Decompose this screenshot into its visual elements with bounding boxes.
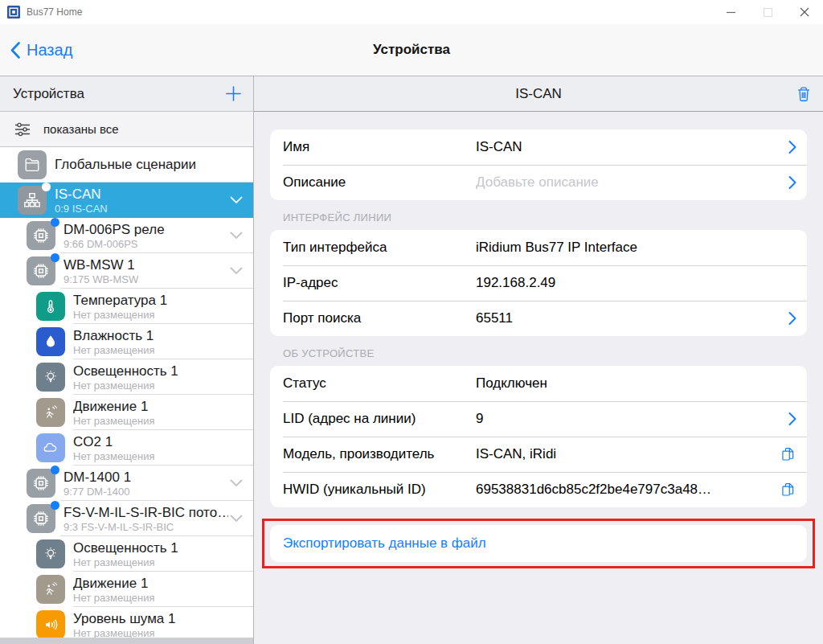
description-row[interactable]: Описание Добавьте описание [270, 165, 807, 200]
tree-item-label: DM-1400 1 [63, 470, 131, 486]
export-button-label: Экспортировать данные в файл [283, 535, 486, 552]
tree-item-label: Влажность 1 [73, 328, 154, 344]
back-button[interactable]: Назад [10, 41, 72, 59]
tree-item-humidity[interactable]: Влажность 1 Нет размещения [0, 324, 253, 359]
chevron-down-icon[interactable] [230, 232, 243, 240]
motion-icon [36, 398, 65, 427]
chevron-down-icon[interactable] [230, 479, 243, 487]
chevron-right-icon [788, 312, 796, 326]
section-about-device: ОБ УСТРОЙСТВЕ [283, 347, 807, 359]
chip-icon [27, 469, 55, 498]
delete-device-button[interactable] [795, 84, 813, 104]
chevron-left-icon [10, 41, 21, 59]
tree-item-wb-msw[interactable]: WB-MSW 1 9:175 WB-MSW [0, 253, 253, 289]
field-value: 69538831d6cb85c2f2be4e797c3a48… [476, 482, 770, 498]
field-label: Порт поиска [283, 310, 361, 326]
status-badge [51, 466, 59, 474]
tree-item-label: Движение 1 [73, 576, 154, 592]
window-title: Bus77 Home [27, 6, 82, 18]
chevron-right-icon [788, 176, 796, 190]
tree-item-motion-2[interactable]: Движение 1 Нет размещения [0, 572, 253, 607]
filter-row[interactable]: показаны все [0, 112, 253, 147]
tree-item-illuminance-2[interactable]: Освещенность 1 Нет размещения [0, 536, 253, 572]
chevron-right-icon [788, 141, 796, 154]
co2-cloud-icon [36, 433, 65, 462]
copy-button[interactable] [780, 445, 796, 464]
search-port-row[interactable]: Порт поиска 65511 [270, 301, 807, 336]
tree-item-subtitle: Нет размещения [73, 556, 178, 568]
status-badge [51, 253, 59, 262]
tree-item-is-can[interactable]: IS-CAN 0:9 IS-CAN [0, 183, 253, 218]
field-label: Описание [283, 174, 346, 191]
copy-button[interactable] [780, 481, 796, 499]
light-bulb-icon [36, 363, 65, 392]
tree-item-illuminance[interactable]: Освещенность 1 Нет размещения [0, 359, 253, 395]
tree-item-dm-006ps[interactable]: DM-006PS реле 9:66 DM-006PS [0, 218, 253, 253]
tree-item-subtitle: Нет размещения [73, 344, 154, 356]
motion-icon [36, 575, 65, 604]
tree-item-label: Освещенность 1 [73, 363, 178, 379]
tree-item-label: FS-V-M-IL-S-IR-BIC пото… [63, 505, 228, 521]
field-placeholder: Добавьте описание [476, 174, 770, 191]
tree-item-label: Движение 1 [73, 399, 154, 415]
navigation-bar: Устройства Назад [0, 24, 823, 76]
close-button[interactable] [786, 0, 823, 24]
tree-item-label: Освещенность 1 [73, 540, 178, 556]
about-device-card: Статус Подключен LID (адрес на линии) 9 … [270, 366, 807, 507]
tree-item-subtitle: Нет размещения [73, 309, 167, 321]
light-bulb-icon [36, 539, 65, 568]
field-value: IS-CAN, iRidi [476, 446, 770, 462]
tree-item-label: IS-CAN [55, 187, 108, 203]
tree-item-subtitle: Нет размещения [73, 450, 154, 462]
copy-icon [780, 481, 796, 499]
tree-item-global-scenarios[interactable]: Глобальные сценарии [0, 147, 253, 183]
tree-item-label: CO2 1 [73, 434, 154, 450]
detail-title: IS-CAN [515, 86, 562, 102]
device-detail-panel: IS-CAN Имя IS-CAN [254, 76, 823, 644]
status-badge [42, 183, 51, 191]
status-value: Подключен [476, 375, 770, 392]
sidebar-title: Устройства [13, 86, 84, 102]
tree-item-label: Глобальные сценарии [55, 157, 196, 173]
tree-item-subtitle: 0:9 IS-CAN [55, 203, 108, 215]
field-label: Модель, производитель [283, 446, 434, 462]
annotation-highlight-box: Экспортировать данные в файл [262, 519, 815, 568]
tree-item-temperature[interactable]: Температура 1 Нет размещения [0, 289, 253, 324]
tree-item-subtitle: Нет размещения [73, 415, 154, 427]
maximize-button[interactable] [749, 0, 786, 24]
tree-item-motion[interactable]: Движение 1 Нет размещения [0, 395, 253, 430]
tree-item-dm-1400[interactable]: DM-1400 1 9:77 DM-1400 [0, 466, 253, 501]
status-badge [51, 501, 59, 510]
sidebar-bottom-strip [0, 638, 253, 644]
lid-row[interactable]: LID (адрес на линии) 9 [270, 401, 807, 437]
filter-sliders-icon [13, 120, 32, 139]
tree-item-subtitle: Нет размещения [73, 592, 154, 604]
devices-sidebar: Устройства показаны все [0, 76, 254, 644]
chevron-right-icon [788, 412, 796, 426]
section-line-interface: ИНТЕРФЕЙС ЛИНИИ [283, 211, 807, 224]
chevron-down-icon[interactable] [230, 267, 243, 275]
tree-item-fs-v-m-il-s-ir-bic[interactable]: FS-V-M-IL-S-IR-BIC пото… 9:3 FS-V-M-IL-S… [0, 501, 253, 536]
plus-icon [225, 85, 242, 102]
tree-item-subtitle: 9:175 WB-MSW [63, 273, 138, 285]
ip-address-row: IP-адрес 192.168.2.49 [270, 265, 807, 301]
detail-content: Имя IS-CAN Описание Добавьте описание ИН… [254, 112, 823, 644]
tree-item-label: WB-MSW 1 [63, 257, 138, 273]
name-row[interactable]: Имя IS-CAN [270, 129, 807, 165]
tree-item-co2[interactable]: CO2 1 Нет размещения [0, 430, 253, 466]
humidity-drop-icon [36, 327, 65, 356]
minimize-button[interactable] [712, 0, 749, 24]
tree-item-subtitle: Нет размещения [73, 379, 178, 392]
trash-icon [795, 84, 813, 104]
sidebar-header: Устройства [0, 76, 253, 112]
field-label: Тип интерфейса [283, 240, 387, 256]
chevron-down-icon[interactable] [230, 515, 243, 523]
network-icon [18, 186, 47, 215]
field-label: Статус [283, 375, 326, 392]
export-data-button[interactable]: Экспортировать данные в файл [270, 525, 807, 562]
chevron-down-icon[interactable] [230, 196, 243, 204]
field-value: iRidium Bus77 IP Interface [476, 240, 770, 256]
general-card: Имя IS-CAN Описание Добавьте описание [270, 129, 807, 200]
page-title: Устройства [0, 42, 823, 58]
add-device-button[interactable] [225, 85, 242, 102]
